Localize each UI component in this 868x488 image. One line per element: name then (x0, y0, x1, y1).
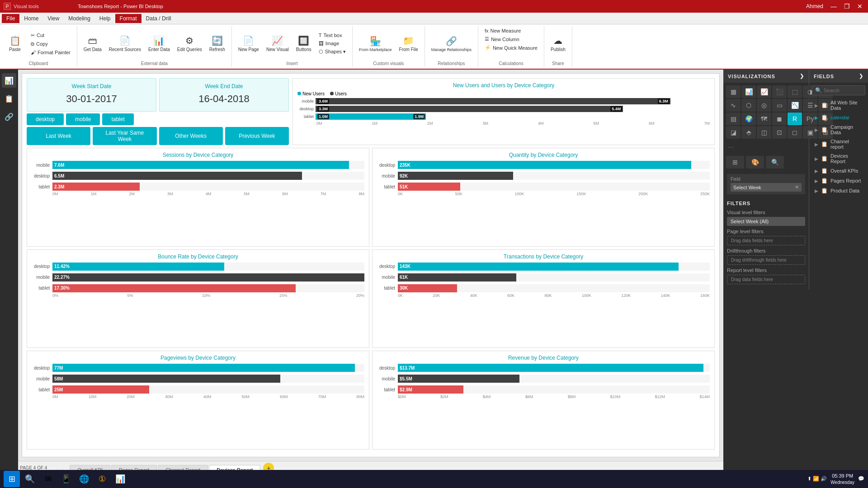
taskbar-icon-powerbi[interactable]: 📊 (112, 471, 128, 487)
new-page-button[interactable]: 📄 New Page (236, 33, 262, 54)
field-item-all-web[interactable]: ▶ 📋 All Web Site Data (812, 98, 865, 113)
ribbon-group-clipboard: 📋 Paste ✂ Cut ⧉ Copy 🖌 Format Painter Cl… (0, 26, 77, 67)
menu-modeling[interactable]: Modeling (64, 14, 95, 23)
image-button[interactable]: 🖼 Image (316, 40, 349, 47)
menu-home[interactable]: Home (19, 14, 43, 23)
new-quick-measure-button[interactable]: ⚡ New Quick Measure (482, 44, 540, 52)
previous-week-button[interactable]: Previous Week (225, 127, 289, 145)
mobile-button[interactable]: mobile (66, 113, 100, 125)
menu-help[interactable]: Help (95, 14, 115, 23)
tablet-button[interactable]: tablet (102, 113, 133, 125)
notification-icon[interactable]: 💬 (858, 476, 864, 482)
sidebar-icon-model[interactable]: 🔗 (2, 109, 16, 124)
viz-waterfall-icon[interactable]: ∿ (726, 99, 741, 112)
minimize-button[interactable]: — (829, 3, 839, 10)
field-item-devices[interactable]: ▶ 📋 Devices Report (812, 151, 865, 166)
viz-format-tab[interactable]: 🎨 (746, 156, 764, 169)
viz-collapse-icon[interactable]: ❯ (800, 73, 804, 79)
viz-extra3-icon[interactable]: ◫ (757, 126, 771, 139)
page-level-filters-label: Page level filters (727, 229, 805, 234)
fields-panel: 🔍 ▶ 📋 All Web Site Data ▶ 📋 calendar (809, 83, 868, 290)
select-week-clear[interactable]: ✕ (795, 184, 799, 190)
desktop-button[interactable]: desktop (27, 113, 64, 125)
viz-funnel-icon[interactable]: ⬡ (741, 99, 756, 112)
viz-column-icon[interactable]: 📊 (741, 85, 756, 98)
ribbon-group-custom-visuals: 🏪 From Marketplace 📁 From File Custom vi… (353, 26, 425, 67)
format-painter-button[interactable]: 🖌 Format Painter (28, 49, 73, 56)
other-weeks-button[interactable]: Other Weeks (159, 127, 223, 145)
search-taskbar-icon[interactable]: 🔍 (22, 471, 38, 487)
menu-file[interactable]: File (2, 14, 19, 23)
refresh-button[interactable]: 🔄 Refresh (207, 33, 228, 54)
taskbar-icon-1[interactable]: ① (94, 471, 110, 487)
taskbar-icon-browser[interactable]: 🌐 (76, 471, 92, 487)
new-column-button[interactable]: ☰ New Column (482, 35, 540, 43)
sidebar-icon-data[interactable]: 📋 (2, 91, 16, 106)
recent-sources-button[interactable]: 📄 Recent Sources (106, 33, 144, 54)
manage-relationships-button[interactable]: 🔗 Manage Relationships (429, 34, 474, 54)
viz-r-script-icon[interactable]: R (788, 113, 802, 125)
viz-bar-icon[interactable]: ▦ (726, 85, 741, 98)
new-measure-button[interactable]: fx New Measure (482, 27, 540, 34)
viz-extra4-icon[interactable]: ⊡ (772, 126, 787, 139)
cut-button[interactable]: ✂ Cut (28, 32, 73, 39)
field-item-kpis[interactable]: ▶ 📋 Overall KPIs (812, 166, 865, 176)
from-file-button[interactable]: 📁 From File (396, 33, 421, 54)
chart-legend: New Users Users (297, 91, 710, 96)
sidebar-icon-report[interactable]: 📊 (2, 73, 16, 88)
window-title: Townshoes Report - Power BI Desktop (78, 4, 163, 9)
viz-card-icon[interactable]: ▭ (772, 99, 787, 112)
edit-queries-button[interactable]: ⚙ Edit Queries (175, 33, 205, 54)
menu-data-drill[interactable]: Data / Drill (142, 14, 176, 23)
viz-extra5-icon[interactable]: ◻ (788, 126, 802, 139)
week-start-label: Week Start Date (32, 83, 151, 89)
page-drag-box: Drag data fields here (727, 236, 805, 245)
viz-extra2-icon[interactable]: ⬘ (741, 126, 756, 139)
select-week-filter[interactable]: Select Week (All) (727, 217, 805, 226)
field-item-pages[interactable]: ▶ 📋 Pages Report (812, 176, 865, 186)
close-button[interactable]: ✕ (855, 3, 864, 10)
field-item-channel[interactable]: ▶ 📋 Channel report (812, 137, 865, 151)
fields-search-box[interactable]: 🔍 (812, 85, 865, 95)
field-item-campaign[interactable]: ▶ 📋 Campaign Data (812, 122, 865, 137)
publish-button[interactable]: ☁ Publish (548, 33, 568, 54)
viz-matrix-icon[interactable]: ▤ (726, 113, 741, 125)
viz-filled-map-icon[interactable]: 🗺 (757, 113, 771, 125)
menu-format[interactable]: Format (115, 14, 142, 23)
shapes-button[interactable]: ⬡ Shapes ▾ (316, 48, 349, 56)
viz-fields-tab[interactable]: ⊞ (726, 156, 744, 169)
last-week-button[interactable]: Last Week (27, 127, 90, 145)
paste-button[interactable]: 📋 Paste (4, 33, 26, 54)
viz-scatter-icon[interactable]: ⬚ (788, 85, 802, 98)
new-column-icon: ☰ (485, 36, 489, 42)
viz-area-icon[interactable]: ⬛ (772, 85, 787, 98)
viz-shape-map-icon[interactable]: ◼ (772, 113, 787, 125)
last-year-same-week-button[interactable]: Last Year Same Week (93, 127, 156, 145)
filters-panel: FILTERS Visual level filters Select Week… (723, 197, 809, 290)
restore-button[interactable]: ❐ (842, 3, 852, 10)
bounce-tablet-row: tablet 17.30% (32, 284, 364, 292)
new-visual-button[interactable]: 📈 New Visual (264, 33, 292, 54)
viz-gauge-icon[interactable]: ◎ (757, 99, 771, 112)
viz-kpi-icon[interactable]: 📉 (788, 99, 802, 112)
start-button[interactable]: ⊞ (4, 471, 20, 487)
search-input[interactable] (824, 88, 868, 93)
menu-view[interactable]: View (43, 14, 64, 23)
buttons-button[interactable]: 🔲 Buttons (293, 33, 314, 54)
viz-extra1-icon[interactable]: ◪ (726, 126, 741, 139)
window-controls[interactable]: — ❐ ✕ (829, 3, 864, 10)
copy-button[interactable]: ⧉ Copy (28, 40, 73, 48)
textbox-button[interactable]: T Text box (316, 32, 349, 39)
enter-data-button[interactable]: 📊 Enter Data (146, 33, 173, 54)
external-data-buttons: 🗃 Get Data 📄 Recent Sources 📊 Enter Data… (81, 27, 228, 60)
taskbar-icon-outlook[interactable]: ✉ (40, 471, 56, 487)
field-item-product[interactable]: ▶ 📋 Product Data (812, 186, 865, 196)
get-data-button[interactable]: 🗃 Get Data (81, 34, 104, 54)
fields-collapse-icon[interactable]: ❯ (859, 73, 863, 79)
viz-map-icon[interactable]: 🌍 (741, 113, 756, 125)
taskbar-icon-phone[interactable]: 📱 (58, 471, 74, 487)
viz-line-icon[interactable]: 📈 (757, 85, 771, 98)
from-marketplace-button[interactable]: 🏪 From Marketplace (356, 34, 395, 54)
field-item-calendar[interactable]: ▶ 📋 calendar (812, 113, 865, 122)
viz-analytics-tab[interactable]: 🔍 (766, 156, 784, 169)
